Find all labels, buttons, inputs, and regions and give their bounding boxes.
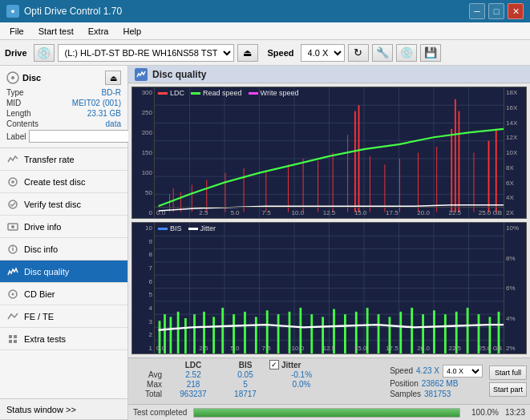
extra-tests-icon [6, 333, 19, 345]
y2-1: 1 [132, 345, 154, 352]
speed-row-select[interactable]: 4.0 X [443, 365, 483, 378]
chart1-container: 300 250 200 150 100 50 0 LDC [131, 87, 527, 219]
chart1-svg [155, 87, 504, 218]
nav-disc-quality[interactable]: Disc quality [0, 260, 127, 283]
nav-transfer-rate[interactable]: Transfer rate [0, 148, 127, 171]
stats-table: LDC BIS ✓ Jitter Avg 2.52 0.05 -0.1% Max [131, 360, 383, 402]
chart2-legend: BIS Jitter [158, 224, 216, 232]
start-part-button[interactable]: Start part [489, 382, 527, 397]
chart1-x-axis: 0.0 2.5 5.0 7.5 10.0 12.5 15.0 17.5 20.0… [155, 207, 504, 218]
menu-start-test[interactable]: Start test [32, 25, 80, 38]
disc-label-input[interactable] [29, 130, 136, 143]
app-icon: ● [6, 5, 19, 18]
speed-row-value: 4.23 X [416, 366, 439, 375]
y2-4: 4 [132, 305, 154, 312]
x1-225: 22.5 [439, 209, 471, 216]
eject-button[interactable]: ⏏ [237, 44, 258, 62]
samples-row: Samples 381753 [390, 390, 483, 398]
disc-section-title: Disc [22, 73, 41, 83]
y1r-10x: 10X [504, 149, 526, 156]
stats-jitter-header-container: ✓ Jitter [269, 360, 334, 370]
nav-drive-info[interactable]: Drive info [0, 216, 127, 238]
speed-select[interactable]: 4.0 X [301, 44, 345, 62]
jitter-checkbox[interactable]: ✓ [269, 360, 279, 370]
cd-bier-icon [6, 288, 19, 301]
drive-icon-btn[interactable]: 💿 [34, 44, 55, 62]
x1-0: 0.0 [156, 209, 188, 216]
drive-info-icon [6, 220, 19, 233]
nav-extra-tests[interactable]: Extra tests [0, 328, 127, 350]
stats-max-row: Max 218 5 0.0% [131, 380, 383, 389]
svg-point-12 [12, 293, 14, 295]
settings-button[interactable]: 🔧 [372, 44, 393, 62]
speed-row: Speed 4.23 X 4.0 X [390, 365, 483, 378]
x1-25: 2.5 [188, 209, 219, 216]
save-button[interactable]: 💾 [420, 44, 441, 62]
legend-jitter-color [188, 228, 198, 230]
y2-3: 3 [132, 318, 154, 325]
stats-bis-header: BIS [221, 361, 269, 370]
stats-avg-row: Avg 2.52 0.05 -0.1% [131, 370, 383, 379]
speed-label: Speed [268, 48, 294, 58]
speed-row-label: Speed [390, 366, 413, 375]
close-button[interactable]: ✕ [508, 3, 524, 19]
refresh-button[interactable]: ↻ [348, 44, 369, 62]
nav-cd-bier[interactable]: CD Bier [0, 283, 127, 305]
y2r-10p: 10% [504, 224, 526, 232]
nav-verify-disc-label: Verify test disc [24, 200, 81, 209]
y1-250: 250 [132, 109, 154, 116]
nav-section: Transfer rate Create test disc Verify te… [0, 148, 127, 350]
disc-length-value: 23.31 GB [87, 109, 121, 118]
x2-25: 2.5 [188, 345, 219, 352]
drive-select[interactable]: (L:) HL-DT-ST BD-RE WH16NS58 TST4 [58, 44, 234, 62]
menu-extra[interactable]: Extra [82, 25, 115, 38]
disc-contents-label: Contents [6, 119, 38, 128]
samples-value: 381753 [424, 390, 451, 398]
nav-drive-info-label: Drive info [24, 222, 61, 232]
start-full-button[interactable]: Start full [489, 365, 527, 380]
stats-total-bis: 18717 [221, 390, 269, 398]
disc-type-label: Type [6, 88, 24, 97]
legend-jitter-label: Jitter [200, 224, 216, 232]
legend-read-speed: Read speed [191, 89, 242, 97]
disc-button[interactable]: 💿 [396, 44, 417, 62]
maximize-button[interactable]: □ [488, 3, 504, 19]
nav-fe-te[interactable]: FE / TE [0, 305, 127, 328]
y2r-8p: 8% [504, 255, 526, 262]
x2-125: 12.5 [314, 345, 345, 352]
stats-right-section: Speed 4.23 X 4.0 X Position 23862 MB Sam… [390, 360, 483, 402]
minimize-button[interactable]: ─ [469, 3, 485, 19]
stats-avg-label: Avg [131, 370, 165, 379]
legend-jitter: Jitter [188, 224, 216, 232]
disc-contents-row: Contents data [6, 119, 121, 128]
app-title: Opti Drive Control 1.70 [24, 6, 122, 17]
disc-eject-button[interactable]: ⏏ [105, 71, 121, 85]
chart2-y-axis-right: 10% 8% 6% 4% 2% [504, 223, 526, 353]
y1-100: 100 [132, 169, 154, 176]
nav-create-disc-label: Create test disc [24, 177, 85, 187]
menu-file[interactable]: File [3, 25, 30, 38]
x1-200: 20.0 [408, 209, 439, 216]
disc-quality-header: Disc quality [128, 66, 530, 83]
status-window-button[interactable]: Status window >> [0, 399, 127, 420]
nav-disc-info[interactable]: Disc info [0, 238, 127, 260]
legend-read-label: Read speed [203, 89, 242, 97]
disc-length-label: Length [6, 109, 31, 118]
position-value: 23862 MB [422, 379, 459, 388]
svg-rect-15 [9, 340, 12, 343]
disc-type-value: BD-R [102, 88, 121, 97]
nav-create-test-disc[interactable]: Create test disc [0, 171, 127, 193]
x2-175: 17.5 [376, 345, 407, 352]
x2-75: 7.5 [251, 345, 282, 352]
menu-help[interactable]: Help [116, 25, 148, 38]
progress-bar-outer [193, 408, 460, 418]
disc-header-left: Disc [6, 71, 41, 84]
chart1-legend: LDC Read speed Write speed [158, 89, 298, 97]
main-layout: Disc ⏏ Type BD-R MID MEIT02 (001) Length… [0, 66, 530, 420]
nav-verify-test-disc[interactable]: Verify test disc [0, 193, 127, 216]
disc-length-row: Length 23.31 GB [6, 109, 121, 118]
svg-point-7 [11, 225, 14, 228]
chart2-y-axis-left: 10 9 8 7 6 5 4 3 2 1 [132, 223, 155, 353]
nav-disc-info-label: Disc info [24, 244, 58, 254]
y2-10: 10 [132, 224, 154, 232]
